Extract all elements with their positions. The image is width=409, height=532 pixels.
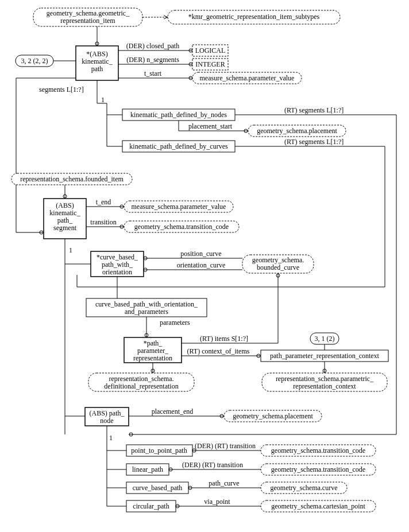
svg-text:path_curve: path_curve	[209, 479, 239, 487]
svg-text:geometry_schema.placement: geometry_schema.placement	[257, 127, 337, 135]
svg-text:INTEGER: INTEGER	[195, 60, 225, 68]
svg-text:3, 1 (2): 3, 1 (2)	[315, 335, 335, 343]
label-der-closed: (DER) closed_path	[126, 42, 179, 50]
svg-text:geometry_schema.transition_cod: geometry_schema.transition_code	[134, 223, 229, 231]
svg-text:path_parameter_representation_: path_parameter_representation_context	[270, 352, 380, 360]
svg-text:geometry_schema.transition_cod: geometry_schema.transition_code	[271, 465, 365, 473]
svg-text:kinematic_path_defined_by_curv: kinematic_path_defined_by_curves	[129, 142, 228, 150]
svg-text:geometry_schema.transition_cod: geometry_schema.transition_code	[271, 446, 365, 455]
svg-text:via_point: via_point	[204, 498, 230, 506]
svg-text:measure_schema.parameter_value: measure_schema.parameter_value	[132, 203, 226, 211]
label-parameters: parameters	[160, 319, 190, 327]
svg-text:geometry_schema.bounded_curve: geometry_schema.bounded_curve	[252, 256, 304, 271]
label-placement-start: placement_start	[188, 122, 233, 130]
svg-text:LOGICAL: LOGICAL	[195, 46, 226, 55]
label-segments: segments L[1:?]	[39, 86, 84, 94]
svg-text:*kmr_geometric_representation_: *kmr_geometric_representation_item_subty…	[188, 13, 320, 21]
label-rtctx: (RT) context_of_items	[187, 347, 250, 355]
svg-text:kinematic_path_defined_by_node: kinematic_path_defined_by_nodes	[130, 111, 227, 119]
svg-text:1: 1	[69, 246, 72, 254]
label-der-nseg: (DER) n_segments	[126, 56, 179, 64]
label-placement-end: placement_end	[152, 407, 194, 415]
svg-text:geometry_schema.cartesian_poin: geometry_schema.cartesian_point	[271, 502, 365, 510]
svg-text:1: 1	[101, 96, 105, 104]
label-rtitems: (RT) items S[1:?]	[200, 335, 248, 343]
svg-text:point_to_point_path: point_to_point_path	[131, 446, 187, 455]
svg-text:(DER) (RT) transition: (DER) (RT) transition	[182, 461, 243, 469]
svg-text:measure_schema.parameter_value: measure_schema.parameter_value	[200, 74, 295, 82]
svg-text:representation_schema.definiti: representation_schema.definitional_repre…	[104, 375, 178, 390]
svg-text:representation_schema.founded_: representation_schema.founded_item	[20, 175, 124, 183]
svg-text:geometry_schema.placement: geometry_schema.placement	[233, 412, 313, 420]
svg-text:circular_path: circular_path	[133, 502, 169, 510]
svg-text:curve_based_path: curve_based_path	[133, 484, 183, 492]
label-pos-curve: position_curve	[180, 250, 221, 258]
label-or-curve: orientation_curve	[177, 261, 226, 269]
svg-text:1: 1	[109, 434, 113, 442]
label-tstart: t_start	[144, 69, 162, 77]
label-tend: t_end	[96, 198, 111, 206]
label-rtseg1: (RT) segments L[1:?]	[284, 106, 344, 114]
svg-text:linear_path: linear_path	[132, 465, 163, 473]
label-rtseg2: (RT) segments L[1:?]	[284, 138, 344, 146]
label-transition: transition	[90, 218, 116, 226]
svg-text:geometry_schema.curve: geometry_schema.curve	[271, 484, 338, 492]
svg-text:(DER) (RT) transition: (DER) (RT) transition	[195, 442, 256, 450]
svg-text:3, 2 (2, 2): 3, 2 (2, 2)	[21, 57, 48, 65]
